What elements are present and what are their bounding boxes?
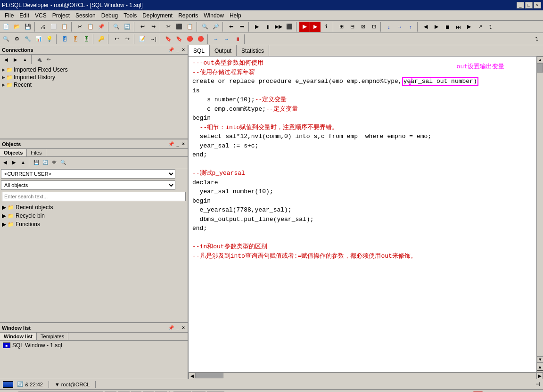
tb2-btn3[interactable]: 💡 [44, 34, 55, 44]
obj-recent-objects[interactable]: ▶ 📁 Recent objects [1, 203, 187, 212]
tb-btn9[interactable]: ➡ [237, 22, 247, 32]
tb-btn5[interactable]: ✂ [163, 22, 173, 32]
tb2-bookmark2-btn[interactable]: 🔖 [174, 34, 184, 44]
conn-tree-history[interactable]: ▶ 📁 Imported History [2, 74, 186, 81]
tab-objects[interactable]: Objects [0, 149, 27, 156]
tb-btn4[interactable]: 📋 [59, 22, 70, 32]
tb2-redo2-btn[interactable]: ↪ [122, 34, 132, 44]
connections-close-btn[interactable]: × [181, 47, 186, 52]
tb2-btn4[interactable]: 🔑 [96, 34, 107, 44]
obj-up-btn[interactable]: ▲ [19, 158, 27, 167]
conn-back-btn[interactable]: ◀ [2, 55, 10, 64]
tb2-btn1[interactable]: 🔧 [23, 34, 33, 44]
tb-btn8[interactable]: ⬅ [226, 22, 236, 32]
tb2-refresh-btn[interactable]: 🔴 [185, 34, 195, 44]
scroll-right-btn[interactable]: ▶ [536, 373, 543, 379]
tb-execute-btn[interactable]: ▶ [299, 22, 310, 32]
tb-btn3[interactable]: ⬜ [49, 22, 59, 32]
tb-btn11[interactable]: ⏸ [263, 22, 273, 32]
tb-grid4-btn[interactable]: ⊡ [369, 22, 379, 32]
tb-copy-btn[interactable]: 📋 [85, 22, 96, 32]
editor-tab-sql[interactable]: SQL [189, 45, 210, 56]
menu-debug[interactable]: Debug [99, 11, 121, 20]
obj-recycle-bin[interactable]: ▶ 📁 Recycle bin [1, 212, 187, 220]
tb-step-out-btn[interactable]: ↑ [405, 22, 416, 32]
tb-save-btn[interactable]: 💾 [23, 22, 33, 32]
menu-edit[interactable]: Edit [16, 11, 32, 20]
scroll-down-btn[interactable]: ▼ [537, 356, 543, 363]
objects-close-btn[interactable]: × [181, 141, 186, 147]
tb-print-btn[interactable]: 🖨 [38, 22, 48, 32]
tb-step-into-btn[interactable]: → [395, 22, 405, 32]
menu-vcs[interactable]: VCS [32, 11, 49, 20]
objects-min-btn[interactable]: _ [176, 141, 181, 147]
scroll-left-btn[interactable]: ◀ [189, 373, 195, 379]
scroll-up-btn[interactable]: ▲ [537, 57, 543, 63]
tb-arrow-stop-btn[interactable]: ⏹ [442, 22, 452, 32]
code-area-wrap[interactable]: ---out类型参数如何使用 --使用存储过程算年薪 create or rep… [189, 57, 536, 372]
conn-tree-recent[interactable]: ▶ 📁 Recent [2, 81, 186, 89]
menu-tools[interactable]: Tools [121, 11, 140, 20]
tb-execute2-btn[interactable]: ▶ [310, 22, 321, 32]
tb-search2-btn[interactable]: 🔎 [211, 22, 221, 32]
tb-extra-btn[interactable]: ⤵ [485, 22, 496, 32]
tb-btn6[interactable]: ⬛ [174, 22, 184, 32]
obj-fwd-btn[interactable]: ▶ [10, 158, 18, 167]
tb-find-btn[interactable]: 🔍 [111, 22, 122, 32]
wl-pin-btn[interactable]: 📌 [167, 325, 175, 330]
h-scroll-thumb[interactable] [195, 373, 223, 378]
tb2-gear-btn[interactable]: ⚙ [12, 34, 22, 44]
tb2-db3-btn[interactable]: 🗄 [81, 34, 91, 44]
scroll-thumb[interactable] [537, 63, 543, 73]
tb-btn10[interactable]: ▶ [252, 22, 262, 32]
tb-search-btn[interactable]: 🔍 [200, 22, 210, 32]
tb-cut-btn[interactable]: ✂ [74, 22, 85, 32]
editor-tab-output[interactable]: Output [210, 45, 237, 56]
horizontal-scrollbar[interactable]: ◀ ▶ [189, 372, 543, 379]
menu-window[interactable]: Window [201, 11, 227, 20]
conn-fwd-btn[interactable]: ▶ [11, 55, 20, 64]
tb2-arrow1-btn[interactable]: → [211, 34, 221, 44]
tb-btn12[interactable]: ▶▶ [273, 22, 284, 32]
tb-resume-btn[interactable]: ▶ [464, 22, 474, 32]
obj-view-btn[interactable]: 👁 [50, 158, 58, 167]
tb-btn7[interactable]: 📋 [185, 22, 195, 32]
vertical-scrollbar[interactable]: ▲ ▼ ▲ [536, 57, 543, 372]
search-input[interactable] [2, 192, 186, 201]
conn-edit-btn[interactable]: ✏ [44, 55, 53, 64]
minimize-button[interactable]: _ [517, 2, 524, 8]
wl-close-btn[interactable]: × [181, 325, 186, 330]
tb2-db2-btn[interactable]: 🗄 [70, 34, 81, 44]
menu-file[interactable]: File [2, 11, 16, 20]
obj-functions[interactable]: ▶ 📁 Functions [1, 220, 187, 229]
object-type-dropdown[interactable]: All objects [1, 180, 175, 190]
sidebar-icon2[interactable] [537, 370, 543, 371]
tb2-format-btn[interactable]: 📝 [137, 34, 148, 44]
tb-replace-btn[interactable]: 🔄 [122, 22, 132, 32]
wl-tab-list[interactable]: Window list [0, 333, 37, 340]
tb-grid1-btn[interactable]: ⊞ [336, 22, 346, 32]
tb-arrow-right-btn[interactable]: ▶ [431, 22, 442, 32]
h-scroll-track[interactable] [195, 373, 536, 379]
tb-step-over-btn[interactable]: ↓ [384, 22, 394, 32]
restore-button[interactable]: □ [525, 2, 533, 8]
scroll-track[interactable] [537, 63, 543, 356]
wl-sql-window[interactable]: ■ SQL Window - 1.sql [0, 341, 188, 350]
editor-tab-statistics[interactable]: Statistics [237, 45, 269, 56]
tb-info-btn[interactable]: ℹ [321, 22, 331, 32]
wl-min-btn[interactable]: _ [176, 325, 181, 330]
tb2-nav-btn[interactable]: ⤵ [532, 34, 542, 44]
code-area[interactable]: ---out类型参数如何使用 --使用存储过程算年薪 create or rep… [189, 57, 536, 262]
tb2-arrow3-btn[interactable]: ⏸ [232, 34, 243, 44]
close-button[interactable]: × [534, 2, 541, 8]
tb-undo-btn[interactable]: ↩ [137, 22, 148, 32]
tb2-bookmark-btn[interactable]: 🔖 [163, 34, 173, 44]
sidebar-icon1[interactable]: ▲ [536, 364, 543, 369]
menu-deployment[interactable]: Deployment [140, 11, 175, 20]
tb-paste-btn[interactable]: 📌 [96, 22, 107, 32]
connections-pin-btn[interactable]: 📌 [167, 47, 175, 52]
menu-help[interactable]: Help [227, 11, 244, 20]
tb2-search-btn[interactable]: 🔍 [1, 34, 11, 44]
conn-new-btn[interactable]: 🔌 [35, 55, 43, 64]
tb-arrow-left-btn[interactable]: ◀ [420, 22, 431, 32]
